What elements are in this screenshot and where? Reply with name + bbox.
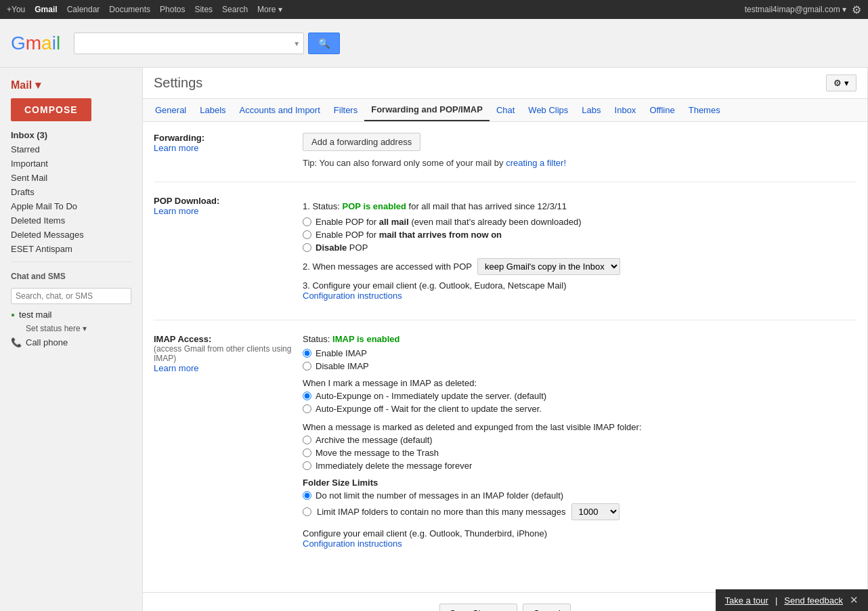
tab-offline[interactable]: Offline — [643, 100, 681, 121]
imap-config-prefix: Configure your email client — [303, 528, 407, 539]
tab-labels[interactable]: Labels — [193, 100, 232, 121]
pop-from-now-radio[interactable] — [303, 230, 311, 239]
tab-web-clips[interactable]: Web Clips — [521, 100, 575, 121]
tab-forwarding-pop-imap[interactable]: Forwarding and POP/IMAP — [364, 99, 490, 121]
tab-accounts-import[interactable]: Accounts and Import — [233, 100, 327, 121]
settings-content: Forwarding: Learn more Add a forwarding … — [143, 122, 867, 592]
tab-themes[interactable]: Themes — [682, 100, 727, 121]
add-forwarding-address-button[interactable]: Add a forwarding address — [303, 133, 420, 151]
sidebar-item-eset[interactable]: ESET Antispam — [0, 242, 142, 256]
when-pop-select[interactable]: keep Gmail's copy in the Inbox archive G… — [477, 258, 620, 275]
tab-inbox[interactable]: Inbox — [608, 100, 643, 121]
logo-g: G — [11, 33, 26, 54]
imap-enable-label: Enable IMAP — [316, 348, 367, 358]
folder-size-title: Folder Size Limits — [303, 478, 856, 488]
imap-auto-on-label: Auto-Expunge on - Immediately update the… — [316, 391, 546, 401]
compose-button[interactable]: COMPOSE — [11, 98, 91, 121]
sidebar-item-drafts[interactable]: Drafts — [0, 185, 142, 199]
imap-archive-row: Archive the message (default) — [303, 435, 856, 445]
call-phone-row[interactable]: 📞 Call phone — [0, 335, 142, 350]
pop-config-label-suffix: (e.g. Outlook, Eudora, Netscape Mail) — [416, 280, 566, 291]
imap-title: IMAP Access: — [154, 334, 292, 344]
tour-bar-close[interactable]: ✕ — [850, 594, 859, 606]
imap-learn-more[interactable]: Learn more — [154, 363, 198, 373]
imap-sub-text: (access Gmail from other clients using I… — [154, 344, 292, 363]
imap-no-limit-radio[interactable] — [303, 491, 311, 500]
more-nav-link[interactable]: More ▾ — [257, 5, 282, 14]
tip-prefix: Tip: You can also forward only some of y… — [303, 158, 504, 168]
imap-archive-radio[interactable] — [303, 436, 311, 444]
sidebar-item-important[interactable]: Important — [0, 156, 142, 171]
sidebar-item-deleted-messages[interactable]: Deleted Messages — [0, 228, 142, 242]
save-changes-button[interactable]: Save Changes — [439, 604, 517, 611]
imap-auto-expunge-on-radio[interactable] — [303, 392, 311, 400]
sidebar-item-apple-mail[interactable]: Apple Mail To Do — [0, 199, 142, 213]
folder-size-section: Folder Size Limits Do not limit the numb… — [303, 478, 856, 520]
search-input[interactable] — [74, 33, 304, 54]
forwarding-learn-more[interactable]: Learn more — [154, 143, 198, 153]
sidebar-item-sent[interactable]: Sent Mail — [0, 171, 142, 185]
creating-filter-link[interactable]: creating a filter! — [506, 158, 566, 168]
documents-nav-link[interactable]: Documents — [109, 5, 150, 14]
sidebar-item-deleted-items[interactable]: Deleted Items — [0, 213, 142, 228]
imap-disable-radio[interactable] — [303, 362, 311, 371]
imap-limit-label: Limit IMAP folders to contain no more th… — [317, 507, 566, 517]
search-button[interactable]: 🔍 — [308, 33, 340, 54]
imap-trash-radio[interactable] — [303, 448, 311, 457]
pop-status-prefix: 1. Status: — [303, 201, 343, 211]
forwarding-body: Add a forwarding address Tip: You can al… — [303, 133, 856, 168]
pop-config-link[interactable]: Configuration instructions — [303, 291, 402, 301]
tab-labs[interactable]: Labs — [575, 100, 607, 121]
imap-archive-label: Archive the message (default) — [316, 435, 433, 445]
tab-general[interactable]: General — [148, 100, 193, 121]
gmail-nav-link[interactable]: Gmail — [35, 5, 57, 14]
imap-delete-forever-radio[interactable] — [303, 461, 311, 470]
search-nav-link[interactable]: Search — [222, 5, 248, 14]
imap-no-limit-row: Do not limit the number of messages in a… — [303, 490, 856, 501]
set-status-label: Set status here ▾ — [26, 324, 87, 333]
imap-auto-expunge-off-radio[interactable] — [303, 404, 311, 413]
send-feedback-link[interactable]: Send feedback — [784, 595, 843, 606]
search-dropdown-arrow[interactable]: ▼ — [293, 39, 300, 47]
pop-radio-from-now: Enable POP for mail that arrives from no… — [303, 230, 856, 240]
plus-you-link[interactable]: +You — [7, 5, 25, 14]
sidebar-divider — [11, 261, 131, 262]
user-email[interactable]: testmail4imap@gmail.com ▾ — [745, 5, 846, 14]
take-tour-link[interactable]: Take a tour — [725, 595, 768, 606]
chat-search-input[interactable] — [11, 288, 131, 304]
pop-label-col: POP Download: Learn more — [154, 196, 303, 306]
forwarding-tip: Tip: You can also forward only some of y… — [303, 158, 856, 168]
tour-separator: | — [775, 595, 777, 606]
set-status-row[interactable]: Set status here ▾ — [0, 322, 142, 335]
imap-enable-radio-row: Enable IMAP — [303, 348, 856, 358]
pop-all-mail-radio[interactable] — [303, 217, 311, 226]
imap-limit-radio[interactable] — [303, 507, 311, 516]
pop-title: POP Download: — [154, 196, 292, 206]
pop-disable-radio[interactable] — [303, 243, 311, 252]
imap-auto-off-row: Auto-Expunge off - Wait for the client t… — [303, 404, 856, 414]
sidebar-item-starred[interactable]: Starred — [0, 142, 142, 156]
imap-limit-select[interactable]: 1000 2000 5000 10000 — [571, 503, 620, 520]
imap-body: Status: IMAP is enabled Enable IMAP Disa… — [303, 334, 856, 554]
imap-status-text: IMAP is enabled — [332, 334, 399, 344]
top-nav-bar: +You Gmail Calendar Documents Photos Sit… — [0, 0, 868, 19]
gear-settings-button[interactable]: ⚙ ▾ — [826, 75, 856, 91]
mail-label-link[interactable]: Mail ▾ — [11, 79, 41, 91]
phone-icon: 📞 — [11, 337, 22, 347]
when-pop-row: 2. When messages are accessed with POP k… — [303, 258, 856, 275]
cancel-button[interactable]: Cancel — [523, 604, 570, 611]
online-status-dot: ● — [11, 311, 15, 318]
photos-nav-link[interactable]: Photos — [160, 5, 185, 14]
gear-icon[interactable]: ⚙ — [852, 3, 861, 16]
sidebar-item-inbox[interactable]: Inbox (3) — [0, 128, 142, 142]
imap-config-link[interactable]: Configuration instructions — [303, 539, 402, 549]
tab-chat[interactable]: Chat — [490, 100, 521, 121]
logo-m1: m — [26, 33, 41, 54]
pop-learn-more[interactable]: Learn more — [154, 206, 198, 216]
sidebar: Mail ▾ COMPOSE Inbox (3) Starred Importa… — [0, 68, 142, 611]
sites-nav-link[interactable]: Sites — [194, 5, 213, 14]
imap-enable-radio[interactable] — [303, 349, 311, 358]
tab-filters[interactable]: Filters — [327, 100, 364, 121]
calendar-nav-link[interactable]: Calendar — [67, 5, 100, 14]
mail-label-row: Mail ▾ — [0, 75, 142, 98]
